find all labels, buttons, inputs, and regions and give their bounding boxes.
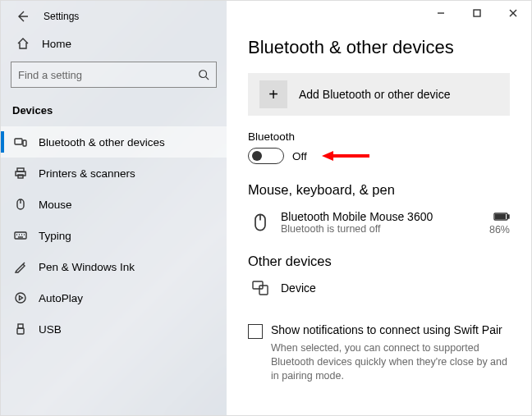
svg-rect-2: [23, 140, 26, 146]
search-icon: [198, 69, 209, 80]
keyboard-icon: [12, 229, 29, 242]
device-battery: 86%: [489, 209, 510, 235]
svg-rect-15: [18, 324, 23, 328]
main-pane: Bluetooth & other devices + Add Bluetoot…: [227, 1, 531, 415]
page-title: Bluetooth & other devices: [248, 37, 510, 58]
close-button[interactable]: [495, 1, 531, 25]
search-box[interactable]: [11, 62, 217, 88]
other-section-title: Other devices: [248, 254, 510, 269]
nav-label: Printers & scanners: [39, 167, 135, 180]
swift-pair-label: Show notifications to connect using Swif…: [271, 323, 510, 336]
home-icon: [16, 37, 30, 50]
device-icon: [250, 281, 271, 295]
devices-icon: [12, 135, 29, 149]
svg-rect-16: [17, 328, 24, 334]
annotation-arrow: [322, 148, 369, 164]
sidebar-item-autoplay[interactable]: AutoPlay: [1, 282, 227, 313]
titlebar: Settings: [1, 1, 227, 27]
add-device-label: Add Bluetooth or other device: [299, 88, 450, 101]
nav-label: AutoPlay: [39, 292, 83, 304]
bluetooth-label: Bluetooth: [248, 130, 510, 143]
device-row-mouse[interactable]: Bluetooth Mobile Mouse 3600 Bluetooth is…: [248, 206, 510, 247]
device-info: Bluetooth Mobile Mouse 3600 Bluetooth is…: [281, 210, 489, 235]
app-title: Settings: [44, 11, 79, 22]
svg-marker-22: [322, 151, 333, 161]
svg-rect-1: [15, 139, 22, 144]
svg-rect-18: [474, 10, 480, 16]
device-status: Bluetooth is turned off: [281, 223, 489, 235]
mouse-icon: [12, 198, 29, 211]
sidebar: Settings Home Devices Bluetooth & other …: [1, 1, 227, 415]
device-info: Device: [281, 281, 510, 295]
back-button[interactable]: [7, 5, 37, 28]
svg-rect-26: [507, 215, 509, 218]
battery-percent: 86%: [489, 224, 510, 235]
toggle-knob: [252, 151, 262, 161]
device-name: Device: [281, 281, 510, 295]
nav-label: Pen & Windows Ink: [39, 261, 135, 273]
svg-rect-29: [259, 286, 268, 295]
add-device-button[interactable]: + Add Bluetooth or other device: [248, 73, 510, 116]
bluetooth-toggle[interactable]: [248, 148, 284, 164]
swift-pair-text: Show notifications to connect using Swif…: [271, 323, 510, 383]
usb-icon: [12, 322, 29, 336]
pen-icon: [12, 260, 29, 273]
nav-label: USB: [39, 323, 62, 336]
nav-label: Mouse: [39, 199, 72, 211]
bluetooth-toggle-row: Off: [248, 148, 510, 164]
maximize-button[interactable]: [459, 1, 495, 25]
search-input[interactable]: [18, 69, 198, 81]
sidebar-item-typing[interactable]: Typing: [1, 220, 227, 251]
svg-rect-5: [18, 175, 23, 178]
nav-label: Bluetooth & other devices: [39, 136, 165, 149]
toggle-state-label: Off: [292, 150, 307, 162]
arrow-left-icon: [16, 10, 29, 23]
mouse-icon: [250, 213, 271, 232]
battery-icon: [493, 213, 510, 221]
sidebar-item-printers[interactable]: Printers & scanners: [1, 158, 227, 189]
window-controls: [423, 1, 531, 25]
page-content: Bluetooth & other devices + Add Bluetoot…: [227, 1, 531, 383]
svg-rect-27: [495, 214, 506, 219]
svg-point-14: [16, 293, 25, 303]
nav-label: Typing: [39, 230, 71, 242]
sidebar-item-usb[interactable]: USB: [1, 313, 227, 345]
home-label: Home: [42, 38, 71, 50]
minimize-button[interactable]: [423, 1, 459, 25]
sidebar-item-pen[interactable]: Pen & Windows Ink: [1, 251, 227, 282]
sidebar-item-mouse[interactable]: Mouse: [1, 189, 227, 220]
sidebar-section-header: Devices: [1, 98, 227, 126]
device-row-other[interactable]: Device: [248, 277, 510, 307]
swift-pair-description: When selected, you can connect to suppor…: [271, 341, 510, 383]
plus-icon: +: [259, 80, 287, 108]
sidebar-item-bluetooth[interactable]: Bluetooth & other devices: [1, 126, 227, 158]
mouse-section-title: Mouse, keyboard, & pen: [248, 182, 510, 198]
device-name: Bluetooth Mobile Mouse 3600: [281, 210, 489, 223]
swift-pair-row: Show notifications to connect using Swif…: [248, 323, 510, 383]
autoplay-icon: [12, 291, 29, 304]
svg-point-0: [200, 71, 207, 78]
sidebar-item-home[interactable]: Home: [1, 27, 227, 58]
svg-rect-8: [15, 232, 26, 239]
printer-icon: [12, 167, 29, 180]
swift-pair-checkbox[interactable]: [248, 324, 263, 339]
